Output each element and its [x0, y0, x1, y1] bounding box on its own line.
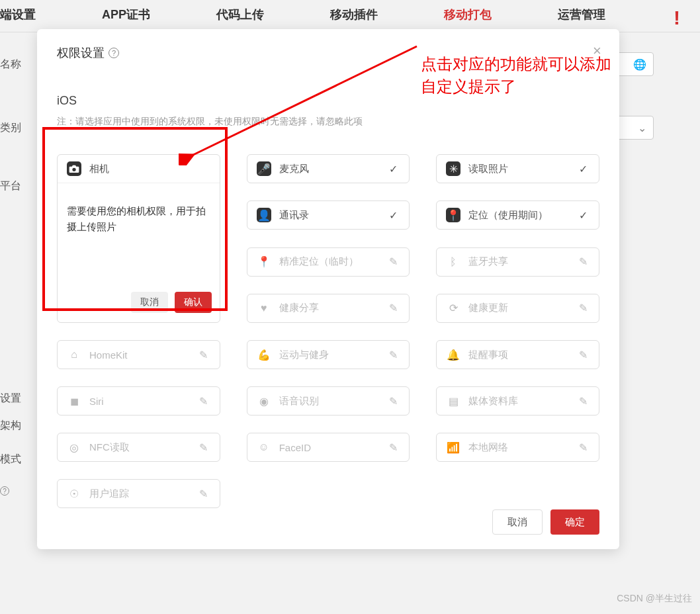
- wave-icon: ◉: [257, 394, 271, 408]
- permissions-grid: 相机 需要使用您的相机权限，用于拍摄上传照片 取消 确认 🎤 麦克风 ✓ ✳ 读…: [57, 154, 599, 508]
- perm-nfc[interactable]: ◎ NFC读取 ✎: [57, 433, 220, 462]
- perm-label: 用户追踪: [89, 488, 189, 500]
- pencil-icon: ✎: [576, 302, 590, 314]
- perm-label: 相机: [89, 163, 210, 175]
- globe-icon: 🌐: [633, 58, 646, 71]
- photos-icon: ✳: [446, 161, 460, 176]
- pencil-icon: ✎: [386, 441, 400, 454]
- pencil-icon: ✎: [386, 395, 400, 408]
- tab-package[interactable]: 移动打包: [444, 7, 492, 22]
- contacts-icon: 👤: [257, 208, 271, 222]
- perm-label: 语音识别: [279, 395, 379, 408]
- check-icon: ✓: [576, 209, 590, 222]
- note-text: 注：请选择应用中使用到的系统权限，未使用权限时无需选择，请忽略此项: [57, 116, 599, 128]
- pencil-icon: ✎: [197, 441, 210, 454]
- inline-confirm-button[interactable]: 确认: [175, 292, 212, 313]
- heart-icon: ♥: [257, 301, 271, 316]
- siri-icon: ◼: [67, 394, 81, 408]
- pin-icon: 📍: [446, 208, 460, 222]
- pencil-icon: ✎: [576, 441, 590, 454]
- label-arch: 架构: [0, 419, 40, 433]
- perm-health-share[interactable]: ♥ 健康分享 ✎: [247, 294, 410, 323]
- perm-label: 提醒事项: [468, 349, 568, 361]
- label-mode: 模式: [0, 453, 40, 466]
- perm-label: 健康更新: [468, 302, 568, 314]
- perm-label: 运动与健身: [279, 349, 379, 361]
- tab-upload[interactable]: 代码上传: [216, 7, 264, 22]
- tab-plugin[interactable]: 移动插件: [330, 7, 378, 22]
- perm-tracking[interactable]: ☉ 用户追踪 ✎: [57, 479, 220, 508]
- perm-label: HomeKit: [89, 349, 189, 361]
- pencil-icon: ✎: [197, 488, 210, 500]
- home-icon: ⌂: [67, 347, 81, 362]
- perm-camera[interactable]: 相机 需要使用您的相机权限，用于拍摄上传照片 取消 确认: [57, 154, 220, 323]
- perm-health-update[interactable]: ⟳ 健康更新 ✎: [436, 294, 599, 323]
- pencil-icon: ✎: [386, 255, 400, 268]
- arm-icon: 💪: [257, 347, 271, 362]
- pencil-icon: ✎: [197, 395, 210, 408]
- perm-camera-desc[interactable]: 需要使用您的相机权限，用于拍摄上传照片: [58, 191, 220, 277]
- perm-motion[interactable]: 💪 运动与健身 ✎: [247, 340, 410, 369]
- perm-media[interactable]: ▤ 媒体资料库 ✎: [436, 386, 599, 416]
- tab-terminal[interactable]: 端设置: [0, 7, 36, 22]
- help-icon[interactable]: ?: [109, 48, 119, 58]
- pencil-icon: ✎: [576, 395, 590, 408]
- label-category: 类别: [0, 121, 40, 135]
- microphone-icon: 🎤: [257, 161, 271, 176]
- perm-label: 读取照片: [468, 163, 568, 175]
- perm-faceid[interactable]: ☺ FaceID ✎: [247, 433, 410, 462]
- perm-local-network[interactable]: 📶 本地网络 ✎: [436, 433, 599, 462]
- tab-cert[interactable]: APP证书: [102, 7, 150, 22]
- label-platform: 平台: [0, 179, 40, 193]
- refresh-icon: ⟳: [446, 301, 460, 316]
- watermark: CSDN @半生过往: [617, 593, 692, 605]
- modal-confirm-button[interactable]: 确定: [550, 509, 599, 535]
- perm-homekit[interactable]: ⌂ HomeKit ✎: [57, 340, 220, 369]
- perm-siri[interactable]: ◼ Siri ✎: [57, 386, 220, 416]
- person-icon: ☉: [67, 486, 81, 501]
- perm-label: 本地网络: [468, 441, 568, 454]
- perm-reminders[interactable]: 🔔 提醒事项 ✎: [436, 340, 599, 369]
- bg-tabs: 端设置 APP证书 代码上传 移动插件 移动打包 运营管理: [0, 0, 700, 32]
- nfc-icon: ◎: [67, 440, 81, 455]
- annotation-text: 点击对应的功能就可以添加 自定义提示了: [421, 53, 611, 97]
- perm-label: 定位（使用期间）: [468, 209, 568, 222]
- pencil-icon: ✎: [576, 349, 590, 361]
- perm-bluetooth[interactable]: ᛒ 蓝牙共享 ✎: [436, 247, 599, 277]
- perm-label: 麦克风: [279, 163, 379, 175]
- inline-cancel-button[interactable]: 取消: [131, 292, 168, 313]
- modal-cancel-button[interactable]: 取消: [492, 509, 543, 535]
- perm-photos[interactable]: ✳ 读取照片 ✓: [436, 154, 599, 183]
- bell-icon: 🔔: [446, 347, 460, 362]
- perm-label: 通讯录: [279, 209, 379, 222]
- alert-icon: !: [674, 7, 680, 29]
- help-icon[interactable]: ?: [0, 486, 9, 496]
- perm-microphone[interactable]: 🎤 麦克风 ✓: [247, 154, 410, 183]
- tab-ops[interactable]: 运营管理: [558, 7, 605, 22]
- label-settings: 设置: [0, 392, 40, 406]
- perm-label: NFC读取: [89, 441, 189, 454]
- check-icon: ✓: [386, 163, 400, 175]
- perm-contacts[interactable]: 👤 通讯录 ✓: [247, 200, 410, 230]
- perm-label: 健康分享: [279, 302, 379, 314]
- label-name: 名称: [0, 58, 40, 71]
- perm-label: FaceID: [279, 442, 379, 453]
- camera-icon: [67, 161, 81, 176]
- wifi-icon: 📶: [446, 440, 460, 455]
- pin-icon: 📍: [257, 255, 271, 269]
- modal-footer: 取消 确定: [492, 509, 599, 535]
- perm-location[interactable]: 📍 定位（使用期间） ✓: [436, 200, 599, 230]
- perm-label: 媒体资料库: [468, 395, 568, 408]
- perm-label: 蓝牙共享: [468, 255, 568, 268]
- pencil-icon: ✎: [576, 255, 590, 268]
- media-icon: ▤: [446, 394, 460, 408]
- check-icon: ✓: [576, 163, 590, 175]
- check-icon: ✓: [386, 209, 400, 222]
- perm-speech[interactable]: ◉ 语音识别 ✎: [247, 386, 410, 416]
- perm-precise-location[interactable]: 📍 精准定位（临时） ✎: [247, 247, 410, 277]
- face-icon: ☺: [257, 440, 271, 455]
- permission-modal: 权限设置 ? × iOS 注：请选择应用中使用到的系统权限，未使用权限时无需选择…: [37, 29, 619, 549]
- bluetooth-icon: ᛒ: [446, 255, 460, 269]
- pencil-icon: ✎: [197, 349, 210, 361]
- perm-label: 精准定位（临时）: [279, 255, 379, 268]
